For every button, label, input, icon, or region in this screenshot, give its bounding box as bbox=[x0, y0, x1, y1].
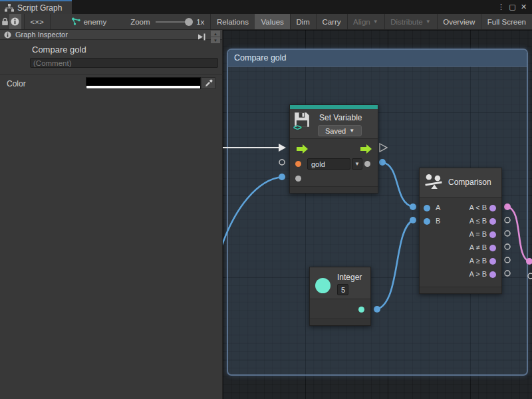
chevron-down-icon: ▼ bbox=[373, 19, 378, 25]
inspector-toggle-button[interactable] bbox=[9, 14, 21, 29]
scroll-spinner[interactable]: ▲ ▼ bbox=[211, 31, 220, 43]
toolbar: <×> enemy Zoom 1x Relations Values Dim bbox=[0, 14, 532, 30]
tab-script-graph[interactable]: Script Graph bbox=[0, 0, 72, 14]
divider bbox=[0, 74, 223, 74]
dock-right-icon bbox=[198, 33, 206, 41]
graph-inspector-panel: Graph Inspector ▲ ▼ Compare gold Color bbox=[0, 30, 223, 399]
carry-button[interactable]: Carry bbox=[316, 14, 346, 29]
port-hollow[interactable] bbox=[528, 273, 532, 279]
input-label-a: A bbox=[436, 203, 440, 211]
set-variable-icon: <> bbox=[293, 112, 312, 130]
graph-asset-icon bbox=[71, 17, 81, 26]
port-output-greater-equal[interactable] bbox=[489, 258, 496, 265]
color-field-label: Color bbox=[7, 79, 26, 88]
port-value-gray[interactable] bbox=[364, 161, 370, 167]
zoom-label: Zoom bbox=[124, 14, 150, 29]
node-title: Integer bbox=[337, 273, 362, 282]
script-graph-window: Script Graph ⋮ ▢ ✕ <×> bbox=[0, 0, 532, 399]
output-label: A > B bbox=[469, 270, 487, 278]
node-integer[interactable]: Integer 5 bbox=[309, 267, 371, 326]
chevron-down-icon: ▼ bbox=[426, 19, 431, 25]
relations-button[interactable]: Relations bbox=[211, 14, 255, 29]
node-comparison[interactable]: Comparison A A < B B A ≤ B A = B bbox=[419, 168, 502, 294]
align-dropdown-button[interactable]: Align ▼ bbox=[347, 14, 384, 29]
info-icon bbox=[11, 17, 19, 26]
node-title: Comparison bbox=[448, 178, 491, 187]
info-icon bbox=[4, 31, 11, 39]
lock-button[interactable] bbox=[0, 14, 9, 29]
eyedropper-button[interactable] bbox=[201, 77, 215, 89]
flow-output-port[interactable] bbox=[360, 144, 372, 154]
lock-icon bbox=[1, 17, 9, 26]
zoom-slider[interactable] bbox=[156, 21, 192, 23]
port-input-b[interactable] bbox=[424, 218, 430, 225]
zoom-slider-handle[interactable] bbox=[185, 18, 193, 26]
spinner-up-icon[interactable]: ▲ bbox=[211, 31, 220, 37]
inspected-graph-title: Compare gold bbox=[32, 45, 86, 55]
color-swatch-value bbox=[86, 78, 200, 86]
port-output-greater[interactable] bbox=[489, 271, 496, 278]
graph-canvas[interactable]: Compare gold bbox=[223, 30, 532, 399]
integer-icon bbox=[315, 278, 331, 293]
zoom-value: 1x bbox=[195, 14, 210, 29]
window-maximize-icon[interactable]: ▢ bbox=[507, 3, 518, 11]
comparison-icon bbox=[424, 174, 444, 191]
graph-reference-breadcrumb[interactable]: enemy bbox=[65, 14, 113, 29]
node-footer bbox=[290, 186, 378, 193]
integer-value-field[interactable]: 5 bbox=[337, 284, 348, 295]
code-view-button[interactable]: <×> bbox=[24, 14, 50, 29]
graph-reference-label: enemy bbox=[84, 18, 107, 26]
hierarchy-icon bbox=[5, 4, 14, 12]
title-bar: Script Graph ⋮ ▢ ✕ bbox=[0, 0, 532, 14]
port-output-not-equal[interactable] bbox=[489, 245, 496, 251]
spinner-down-icon[interactable]: ▼ bbox=[211, 37, 220, 43]
output-label: A ≥ B bbox=[469, 257, 487, 265]
color-swatch[interactable] bbox=[86, 77, 201, 89]
port-integer-output[interactable] bbox=[358, 307, 364, 313]
port-output-equal[interactable] bbox=[489, 231, 496, 238]
toolbar-separator bbox=[50, 14, 51, 29]
group-header[interactable]: Compare gold bbox=[228, 50, 527, 66]
window-close-icon[interactable]: ✕ bbox=[518, 3, 529, 11]
overview-button[interactable]: Overview bbox=[437, 14, 481, 29]
port-output-less[interactable] bbox=[489, 205, 496, 211]
output-label: A ≤ B bbox=[469, 217, 487, 225]
window-menu-icon[interactable]: ⋮ bbox=[495, 3, 507, 11]
distribute-dropdown-button[interactable]: Distribute ▼ bbox=[384, 14, 437, 29]
tab-label: Script Graph bbox=[17, 3, 62, 13]
variable-name-dropdown-button[interactable]: ▼ bbox=[352, 158, 362, 170]
variable-name-field[interactable]: gold bbox=[307, 158, 350, 170]
port-object-orange[interactable] bbox=[295, 161, 301, 167]
node-set-variable[interactable]: <> Set Variable Saved ▼ gold bbox=[289, 104, 378, 194]
node-footer bbox=[310, 319, 370, 325]
values-button[interactable]: Values bbox=[255, 14, 289, 29]
node-footer bbox=[420, 287, 501, 293]
node-title: Set Variable bbox=[319, 113, 362, 122]
port-value-gray[interactable] bbox=[295, 176, 301, 182]
variable-code-glyph: <> bbox=[293, 123, 301, 132]
full-screen-button[interactable]: Full Screen bbox=[481, 14, 532, 29]
port-output-less-equal[interactable] bbox=[489, 218, 496, 225]
comment-input[interactable] bbox=[30, 58, 218, 68]
port-input-a[interactable] bbox=[424, 205, 430, 211]
color-swatch-alpha bbox=[86, 86, 200, 88]
input-label-b: B bbox=[436, 217, 440, 225]
output-label: A = B bbox=[469, 230, 487, 238]
dim-button[interactable]: Dim bbox=[290, 14, 315, 29]
eyedropper-icon bbox=[204, 79, 213, 88]
flow-input-port[interactable] bbox=[297, 144, 308, 154]
graph-inspector-title: Graph Inspector bbox=[15, 31, 68, 39]
output-label: A < B bbox=[469, 203, 487, 211]
output-label: A ≠ B bbox=[469, 243, 487, 251]
graph-inspector-header: Graph Inspector ▲ ▼ bbox=[0, 30, 222, 40]
chevron-down-icon: ▼ bbox=[349, 128, 354, 134]
variable-scope-dropdown[interactable]: Saved ▼ bbox=[318, 125, 362, 136]
dock-button[interactable] bbox=[198, 31, 206, 43]
code-view-icon: <×> bbox=[30, 18, 43, 26]
group-title: Compare gold bbox=[234, 53, 287, 63]
